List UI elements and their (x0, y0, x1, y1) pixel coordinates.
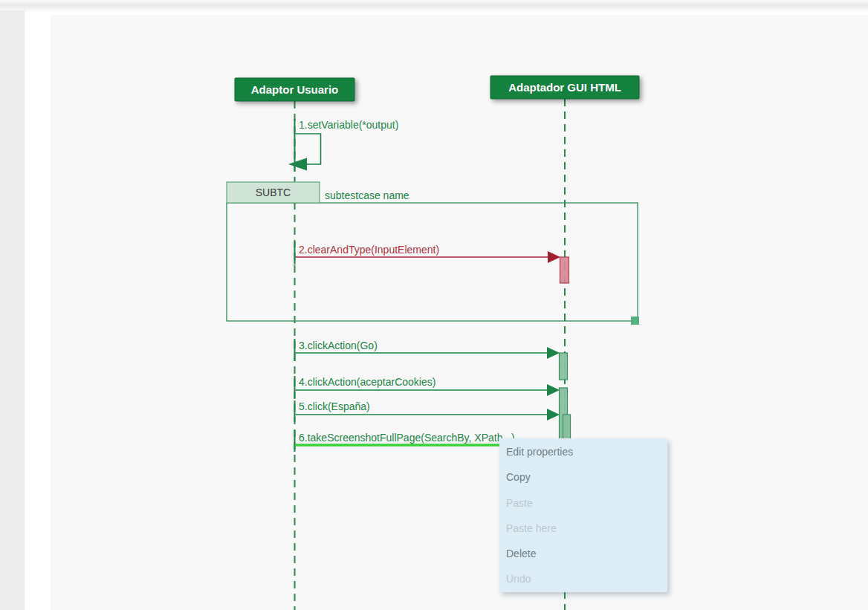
menu-item-paste-here: Paste here (499, 516, 667, 541)
fragment-operator-label: SUBTC (256, 186, 291, 198)
sequence-diagram: SUBTC subtestcase name 1.setVariable(*ou… (0, 0, 868, 610)
message-2-arrowhead (548, 251, 560, 263)
menu-item-copy[interactable]: Copy (499, 464, 667, 490)
menu-item-paste: Paste (499, 490, 667, 516)
menu-item-undo: Undo (499, 566, 667, 591)
message-1-self-loop[interactable] (296, 134, 321, 164)
activation-bar-1[interactable] (560, 353, 568, 380)
message-4-clickaction-aceptarcookies[interactable]: 4.clickAction(aceptarCookies) (296, 376, 560, 396)
message-2-clearandtype[interactable]: 2.clearAndType(InputElement) (296, 244, 569, 283)
message-1-setvariable[interactable]: 1.setVariable(*output) (288, 119, 398, 171)
actor-label-adaptor-usuario: Adaptor Usuario (251, 83, 339, 96)
message-3-clickaction-go[interactable]: 3.clickAction(Go) (296, 340, 560, 359)
actor-label-adaptador-gui-html: Adaptador GUI HTML (508, 81, 621, 94)
message-1-label[interactable]: 1.setVariable(*output) (299, 119, 398, 131)
context-menu: Edit properties Copy Paste Paste here De… (499, 438, 667, 592)
message-3-label[interactable]: 3.clickAction(Go) (299, 340, 378, 351)
message-4-arrowhead (547, 384, 560, 396)
message-1-arrowhead (288, 158, 307, 171)
menu-item-edit-properties[interactable]: Edit properties (499, 439, 667, 464)
menu-item-delete[interactable]: Delete (499, 541, 667, 566)
fragment-resize-handle[interactable] (631, 317, 639, 325)
fragment-name-label: subtestcase name (325, 189, 409, 201)
message-2-label[interactable]: 2.clearAndType(InputElement) (299, 244, 439, 256)
message-3-arrowhead (547, 347, 560, 359)
actor-adaptor-usuario[interactable]: Adaptor Usuario (235, 78, 354, 101)
message-5-click-espana[interactable]: 5.click(España) (296, 400, 560, 421)
message-5-label[interactable]: 5.click(España) (299, 400, 370, 412)
actor-adaptador-gui-html[interactable]: Adaptador GUI HTML (490, 76, 639, 99)
fragment-border[interactable] (227, 203, 638, 321)
message-6-label[interactable]: 6.takeScreenshotFullPage(SearchBy, XPath… (299, 432, 515, 444)
activation-bar-red[interactable] (560, 257, 569, 283)
message-4-label[interactable]: 4.clickAction(aceptarCookies) (299, 376, 435, 388)
message-5-arrowhead (547, 409, 560, 421)
